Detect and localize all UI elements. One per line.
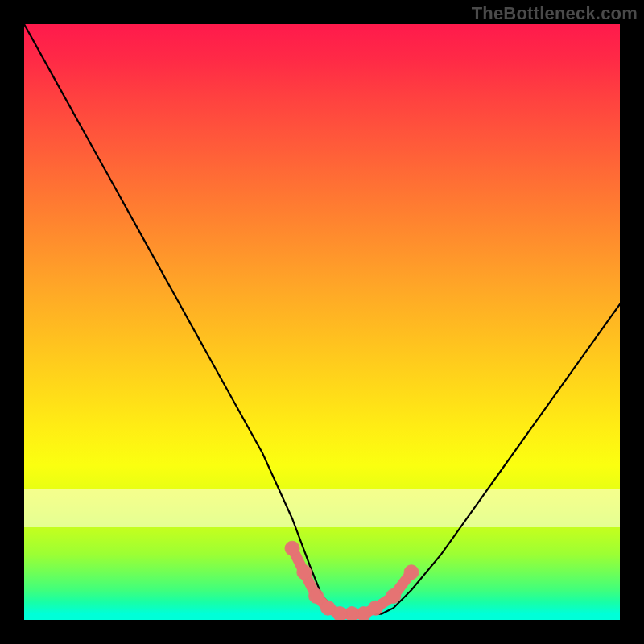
marker-dot bbox=[309, 588, 324, 603]
watermark-text: TheBottleneck.com bbox=[472, 3, 638, 24]
bottleneck-curve bbox=[24, 24, 620, 614]
marker-dot bbox=[285, 541, 299, 555]
plot-area bbox=[24, 24, 620, 620]
marker-dot bbox=[297, 565, 312, 580]
marker-dot bbox=[404, 565, 419, 580]
curve-svg bbox=[24, 24, 620, 620]
marker-dot bbox=[386, 588, 401, 603]
optimal-zone-line bbox=[292, 548, 411, 613]
marker-dot bbox=[369, 601, 383, 615]
chart-frame: TheBottleneck.com bbox=[0, 0, 644, 644]
